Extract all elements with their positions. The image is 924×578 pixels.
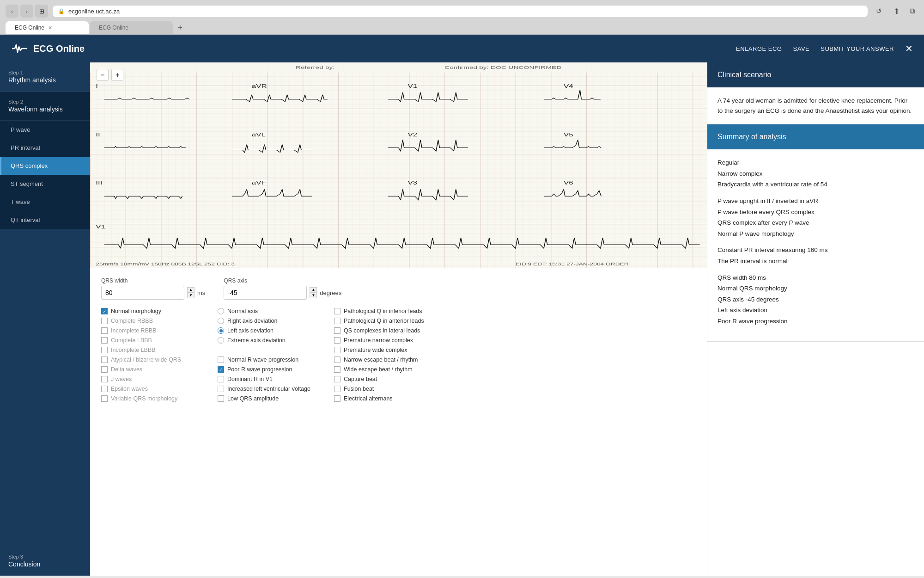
cb-variable-qrs-box[interactable]: [101, 395, 108, 402]
sidebar-item-t-wave[interactable]: T wave: [0, 193, 90, 211]
cb-premature-wide[interactable]: Premature wide complex: [334, 347, 445, 353]
cb-j-waves[interactable]: J waves: [101, 376, 203, 382]
sidebar-item-qrs-complex[interactable]: QRS complex: [0, 157, 90, 175]
tab-1[interactable]: ECG Online ✕: [6, 21, 89, 34]
rb-extreme-axis[interactable]: Extreme axis deviation: [218, 337, 319, 344]
cb-wide-escape[interactable]: Wide escape beat / rhythm: [334, 366, 445, 373]
duplicate-button[interactable]: ⧉: [906, 5, 918, 18]
app-header: ECG Online ENLARGE ECG SAVE SUBMIT YOUR …: [0, 35, 924, 62]
qrs-width-up[interactable]: ▲: [187, 287, 195, 293]
rb-normal-axis-btn[interactable]: [218, 308, 224, 314]
cb-delta-waves[interactable]: Delta waves: [101, 366, 203, 373]
qrs-axis-spinner[interactable]: ▲ ▼: [310, 287, 317, 298]
sidebar-item-p-wave[interactable]: P wave: [0, 121, 90, 139]
sidebar-step-1[interactable]: Step 1 Rhythm analysis: [0, 62, 90, 92]
cb-low-qrs-amplitude-box[interactable]: [218, 395, 224, 402]
tab-2[interactable]: ECG Online: [90, 21, 173, 34]
cb-atypical-qrs[interactable]: Atypical / bizarre wide QRS: [101, 357, 203, 363]
cb-premature-narrow-box[interactable]: [334, 337, 340, 344]
cb-poor-r-wave[interactable]: ✓ Poor R wave progression: [218, 366, 319, 373]
cb-atypical-qrs-box[interactable]: [101, 357, 108, 363]
enlarge-ecg-button[interactable]: ENLARGE ECG: [736, 45, 782, 52]
ecg-logo-icon: [11, 40, 28, 57]
rb-left-axis[interactable]: Left axis deviation: [218, 327, 319, 334]
cb-path-q-inferior-box[interactable]: [334, 308, 340, 314]
cb-normal-morphology[interactable]: ✓ Normal morphology: [101, 308, 203, 314]
qrs-width-input[interactable]: [101, 286, 184, 300]
cb-qs-lateral[interactable]: QS complexes in lateral leads: [334, 327, 445, 334]
tab-1-close[interactable]: ✕: [48, 25, 52, 31]
rb-normal-axis[interactable]: Normal axis: [218, 308, 319, 314]
sidebar-item-st-segment[interactable]: ST segment: [0, 175, 90, 193]
address-bar[interactable]: 🔒 ecgonline.uct.ac.za: [53, 6, 868, 17]
rb-left-axis-btn[interactable]: [218, 327, 224, 334]
summary-narrow-complex: Narrow complex: [717, 169, 914, 179]
cb-incomplete-lbbb-box[interactable]: [101, 347, 108, 353]
cb-poor-r-wave-box[interactable]: ✓: [218, 366, 224, 373]
cb-incomplete-lbbb[interactable]: Incomplete LBBB: [101, 347, 203, 353]
cb-path-q-anterior[interactable]: Pathological Q in anterior leads: [334, 318, 445, 324]
cb-low-qrs-amplitude[interactable]: Low QRS amplitude: [218, 395, 319, 402]
cb-capture-beat-box[interactable]: [334, 376, 340, 382]
cb-j-waves-box[interactable]: [101, 376, 108, 382]
rb-right-axis-btn[interactable]: [218, 318, 224, 324]
cb-narrow-escape[interactable]: Narrow escape beat / rhythm: [334, 357, 445, 363]
summary-header[interactable]: Summary of analysis: [707, 124, 924, 149]
zoom-in-button[interactable]: +: [111, 69, 123, 81]
reload-button[interactable]: ↺: [872, 5, 885, 18]
rb-extreme-axis-btn[interactable]: [218, 337, 224, 344]
qrs-width-down[interactable]: ▼: [187, 293, 195, 298]
clinical-scenario-header[interactable]: Clinical scenario: [707, 62, 924, 87]
reader-button[interactable]: ⊞: [35, 5, 48, 18]
svg-text:Referred by:: Referred by:: [296, 65, 334, 70]
sidebar-step-3[interactable]: Step 3 Conclusion: [0, 547, 90, 576]
cb-epsilon-waves[interactable]: Epsilon waves: [101, 386, 203, 392]
qrs-axis-input[interactable]: [224, 286, 307, 300]
cb-narrow-escape-box[interactable]: [334, 357, 340, 363]
cb-wide-escape-box[interactable]: [334, 366, 340, 373]
new-tab-button[interactable]: +: [174, 21, 187, 34]
cb-fusion-beat[interactable]: Fusion beat: [334, 386, 445, 392]
cb-premature-wide-box[interactable]: [334, 347, 340, 353]
rb-right-axis[interactable]: Right axis deviation: [218, 318, 319, 324]
cb-increased-lv-voltage[interactable]: Increased left ventricular voltage: [218, 386, 319, 392]
cb-normal-r-wave[interactable]: Normal R wave progression: [218, 357, 319, 363]
cb-incomplete-rbbb-box[interactable]: [101, 327, 108, 334]
zoom-out-button[interactable]: −: [97, 69, 109, 81]
back-button[interactable]: ‹: [6, 5, 18, 18]
cb-fusion-beat-box[interactable]: [334, 386, 340, 392]
cb-complete-lbbb-box[interactable]: [101, 337, 108, 344]
qrs-axis-down[interactable]: ▼: [310, 293, 317, 298]
cb-increased-lv-voltage-box[interactable]: [218, 386, 224, 392]
cb-dominant-r-v1-box[interactable]: [218, 376, 224, 382]
cb-premature-narrow[interactable]: Premature narrow complex: [334, 337, 445, 344]
save-button[interactable]: SAVE: [793, 45, 810, 52]
cb-dominant-r-v1[interactable]: Dominant R in V1: [218, 376, 319, 382]
share-button[interactable]: ⬆: [890, 5, 903, 18]
cb-complete-lbbb[interactable]: Complete LBBB: [101, 337, 203, 344]
sidebar-item-pr-interval[interactable]: PR interval: [0, 139, 90, 157]
cb-path-q-anterior-box[interactable]: [334, 318, 340, 324]
cb-complete-rbbb-box[interactable]: [101, 318, 108, 324]
close-button[interactable]: ✕: [905, 43, 913, 54]
cb-electrical-alternans[interactable]: Electrical alternans: [334, 395, 445, 402]
cb-variable-qrs[interactable]: Variable QRS morphology: [101, 395, 203, 402]
submit-button[interactable]: SUBMIT YOUR ANSWER: [821, 45, 894, 52]
cb-path-q-inferior[interactable]: Pathological Q in inferior leads: [334, 308, 445, 314]
cb-normal-r-wave-box[interactable]: [218, 357, 224, 363]
main-layout: Step 1 Rhythm analysis Step 2 Waveform a…: [0, 62, 924, 576]
cb-epsilon-waves-box[interactable]: [101, 386, 108, 392]
forward-button[interactable]: ›: [20, 5, 33, 18]
cb-delta-waves-box[interactable]: [101, 366, 108, 373]
cb-normal-morphology-box[interactable]: ✓: [101, 308, 108, 314]
cb-complete-rbbb[interactable]: Complete RBBB: [101, 318, 203, 324]
qrs-width-spinner[interactable]: ▲ ▼: [187, 287, 195, 298]
summary-p-wave-upright: P wave upright in II / inverted in aVR: [717, 196, 914, 206]
qrs-axis-up[interactable]: ▲: [310, 287, 317, 293]
cb-electrical-alternans-box[interactable]: [334, 395, 340, 402]
sidebar-item-qt-interval[interactable]: QT interval: [0, 211, 90, 229]
sidebar-step-2[interactable]: Step 2 Waveform analysis: [0, 92, 90, 121]
cb-qs-lateral-box[interactable]: [334, 327, 340, 334]
cb-incomplete-rbbb[interactable]: Incomplete RBBB: [101, 327, 203, 334]
cb-capture-beat[interactable]: Capture beat: [334, 376, 445, 382]
